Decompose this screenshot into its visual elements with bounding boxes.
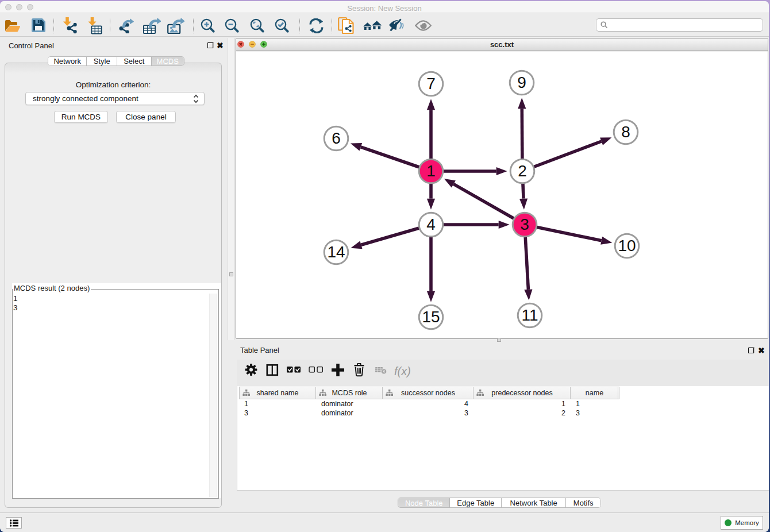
svg-text:15: 15	[422, 308, 440, 326]
svg-text:9: 9	[517, 74, 526, 91]
svg-text:7: 7	[426, 75, 436, 92]
svg-text:10: 10	[618, 237, 636, 255]
svg-text:2: 2	[518, 162, 527, 180]
svg-text:3: 3	[520, 215, 529, 233]
svg-text:8: 8	[621, 123, 630, 141]
svg-text:f(x): f(x)	[394, 365, 411, 377]
svg-text:4: 4	[426, 215, 436, 233]
svg-text:6: 6	[332, 129, 341, 147]
svg-text:14: 14	[327, 243, 345, 261]
svg-text:11: 11	[521, 306, 538, 324]
svg-text:1: 1	[426, 162, 436, 180]
